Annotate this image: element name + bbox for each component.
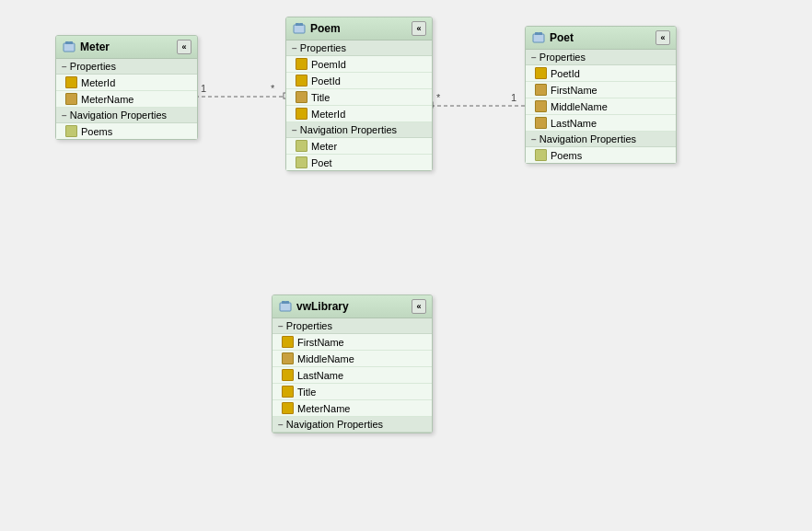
poet-firstname-row: FirstName [526, 82, 676, 98]
svg-rect-19 [285, 301, 289, 304]
meter-poems-row: Poems [56, 123, 197, 139]
poem-properties-header: − Properties [286, 40, 432, 56]
vwlibrary-nav-header: − Navigation Properties [273, 417, 432, 433]
meter-entity: Meter « − Properties MeterId MeterName −… [55, 35, 198, 140]
poet-entity-icon [531, 30, 546, 45]
svg-rect-14 [533, 34, 544, 42]
key-icon [296, 58, 307, 70]
svg-rect-15 [535, 32, 539, 35]
poet-collapse-btn[interactable]: « [655, 30, 670, 45]
nav-icon [535, 149, 547, 161]
key-icon [282, 402, 294, 414]
nav-icon [296, 156, 307, 168]
field-icon [282, 352, 294, 364]
vwlibrary-entity: vwLibrary « − Properties FirstName Middl… [272, 294, 433, 433]
svg-text:*: * [436, 92, 441, 103]
svg-rect-13 [299, 23, 303, 26]
svg-text:1: 1 [511, 92, 516, 103]
nav-icon [296, 140, 307, 152]
fk-icon [296, 75, 307, 87]
vwlibrary-firstname-row: FirstName [273, 334, 432, 351]
poet-header: Poet « [526, 27, 676, 50]
nav-icon [65, 125, 77, 137]
poem-poetid-row: PoetId [286, 73, 432, 89]
vwlibrary-lastname-row: LastName [273, 367, 432, 384]
vwlibrary-entity-icon [278, 299, 293, 314]
poem-nav-header: − Navigation Properties [286, 122, 432, 138]
meter-meterid-row: MeterId [56, 75, 197, 91]
field-icon [65, 93, 77, 105]
field-icon [296, 91, 307, 103]
key-icon [535, 67, 547, 79]
svg-text:1: 1 [201, 83, 206, 94]
meter-entity-icon [62, 40, 76, 54]
poem-poemid-row: PoemId [286, 56, 432, 73]
meter-nav-header: − Navigation Properties [56, 108, 197, 123]
meter-metername-row: MeterName [56, 91, 197, 108]
poem-collapse-btn[interactable]: « [412, 21, 426, 36]
poem-entity-icon [292, 21, 307, 36]
svg-rect-12 [296, 23, 299, 26]
vwlibrary-metername-row: MeterName [273, 400, 432, 417]
vwlibrary-title: vwLibrary [296, 300, 349, 313]
svg-rect-11 [294, 25, 305, 33]
meter-title: Meter [80, 40, 110, 53]
meter-properties-header: − Properties [56, 59, 197, 75]
svg-rect-16 [539, 32, 542, 35]
poet-lastname-row: LastName [526, 115, 676, 132]
svg-rect-8 [64, 43, 75, 52]
svg-rect-9 [65, 41, 69, 44]
poem-title: Poem [310, 22, 341, 35]
field-icon [535, 100, 547, 112]
fk-icon [296, 108, 307, 120]
field-icon [535, 117, 547, 129]
vwlibrary-title-row: Title [273, 384, 432, 400]
vwlibrary-properties-header: − Properties [273, 318, 432, 334]
meter-header: Meter « [56, 36, 197, 59]
key-icon [282, 336, 294, 348]
poem-title-row: Title [286, 89, 432, 106]
poem-poet-row: Poet [286, 155, 432, 170]
vwlibrary-collapse-btn[interactable]: « [412, 299, 426, 314]
poet-entity: Poet « − Properties PoetId FirstName Mid… [525, 26, 677, 164]
poem-entity: Poem « − Properties PoemId PoetId Title … [285, 17, 433, 171]
key-icon [282, 386, 294, 398]
poet-properties-header: − Properties [526, 50, 676, 65]
meter-collapse-btn[interactable]: « [177, 40, 191, 54]
svg-rect-10 [69, 41, 73, 44]
field-icon [535, 84, 547, 96]
poet-nav-header: − Navigation Properties [526, 132, 676, 147]
vwlibrary-middlename-row: MiddleName [273, 351, 432, 367]
poem-meterid-row: MeterId [286, 106, 432, 122]
poet-poetid-row: PoetId [526, 65, 676, 82]
poem-header: Poem « [286, 17, 432, 40]
vwlibrary-header: vwLibrary « [273, 295, 432, 318]
poet-middlename-row: MiddleName [526, 98, 676, 115]
key-icon [282, 369, 294, 381]
svg-rect-18 [282, 301, 285, 304]
svg-rect-17 [280, 303, 291, 311]
poem-meter-row: Meter [286, 138, 432, 155]
poet-title: Poet [550, 31, 574, 44]
key-icon [65, 76, 77, 88]
diagram-canvas: 1 * * 1 Meter « [0, 0, 812, 531]
poet-poems-row: Poems [526, 147, 676, 163]
svg-text:*: * [271, 83, 275, 94]
